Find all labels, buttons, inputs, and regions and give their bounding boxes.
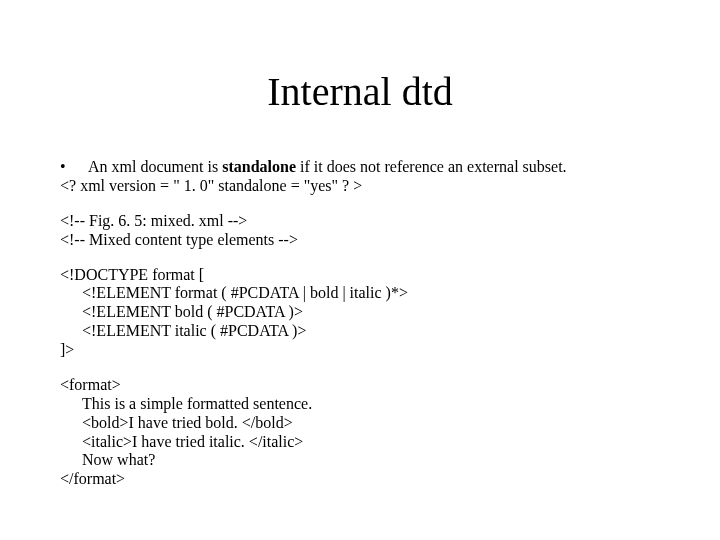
- format-close-tag: </format>: [60, 470, 670, 489]
- format-open-tag: <format>: [60, 376, 670, 395]
- element-decl-2: <!ELEMENT bold ( #PCDATA )>: [60, 303, 670, 322]
- sample-block: <format> This is a simple formatted sent…: [60, 376, 670, 489]
- bullet-item: • An xml document is standalone if it do…: [60, 158, 670, 177]
- element-decl-3: <!ELEMENT italic ( #PCDATA )>: [60, 322, 670, 341]
- bullet-pre: An xml document is: [88, 158, 222, 175]
- doctype-open: <!DOCTYPE format [: [60, 266, 670, 285]
- sample-line-1: This is a simple formatted sentence.: [60, 395, 670, 414]
- comment-line-2: <!-- Mixed content type elements -->: [60, 231, 670, 250]
- doctype-block: <!DOCTYPE format [ <!ELEMENT format ( #P…: [60, 266, 670, 360]
- comment-line-1: <!-- Fig. 6. 5: mixed. xml -->: [60, 212, 670, 231]
- slide-body: • An xml document is standalone if it do…: [60, 158, 670, 489]
- comment-block: <!-- Fig. 6. 5: mixed. xml --> <!-- Mixe…: [60, 212, 670, 250]
- bullet-post: if it does not reference an external sub…: [296, 158, 567, 175]
- bullet-bold: standalone: [222, 158, 296, 175]
- element-decl-1: <!ELEMENT format ( #PCDATA | bold | ital…: [60, 284, 670, 303]
- slide: Internal dtd • An xml document is standa…: [0, 0, 720, 540]
- sample-line-3: <italic>I have tried italic. </italic>: [60, 433, 670, 452]
- doctype-close: ]>: [60, 341, 670, 360]
- xml-declaration: <? xml version = " 1. 0" standalone = "y…: [60, 177, 670, 196]
- bullet-text: An xml document is standalone if it does…: [88, 158, 567, 177]
- bullet-dot-icon: •: [60, 158, 88, 177]
- sample-line-4: Now what?: [60, 451, 670, 470]
- sample-line-2: <bold>I have tried bold. </bold>: [60, 414, 670, 433]
- slide-title: Internal dtd: [0, 68, 720, 115]
